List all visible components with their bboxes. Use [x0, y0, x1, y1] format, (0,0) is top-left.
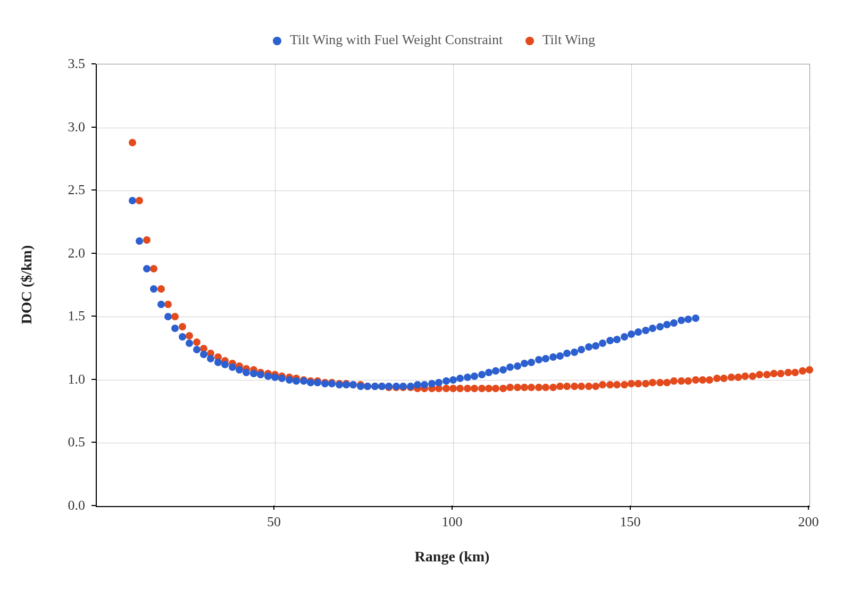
data-point	[464, 374, 471, 381]
data-point	[428, 380, 436, 387]
chart-container: Tilt Wing with Fuel Weight Constraint Ti…	[0, 0, 868, 613]
legend-label-1: Tilt Wing with Fuel Weight Constraint	[290, 32, 503, 47]
data-point	[556, 352, 564, 360]
data-point	[143, 236, 151, 244]
data-point	[599, 381, 606, 388]
data-point	[414, 381, 421, 388]
y-tick-label: 2.5	[43, 182, 85, 198]
data-point	[443, 385, 450, 392]
data-point	[585, 383, 592, 390]
data-point	[243, 369, 250, 376]
data-point	[506, 384, 514, 391]
data-point	[129, 197, 136, 204]
data-point	[449, 376, 457, 384]
data-point	[692, 314, 699, 322]
data-point	[171, 325, 179, 332]
data-point	[464, 385, 471, 392]
y-tick	[91, 442, 96, 443]
data-point	[264, 372, 272, 380]
data-point	[528, 384, 535, 391]
data-point	[592, 383, 599, 390]
legend-item-1: Tilt Wing with Fuel Weight Constraint	[273, 32, 503, 48]
x-tick-label: 100	[442, 514, 463, 530]
data-point	[271, 374, 279, 381]
data-point	[621, 333, 628, 341]
data-point	[193, 338, 201, 346]
y-tick	[91, 63, 96, 64]
data-point	[499, 385, 507, 392]
data-point	[250, 370, 257, 377]
gridline-horizontal	[97, 317, 809, 317]
data-point	[763, 371, 771, 378]
data-point	[678, 317, 685, 324]
data-point	[157, 301, 165, 308]
y-tick-label: 0.5	[43, 434, 85, 450]
data-point	[300, 377, 307, 385]
plot-area	[96, 64, 810, 507]
data-point	[606, 381, 614, 388]
data-point	[136, 197, 143, 204]
data-point	[385, 383, 393, 390]
data-point	[670, 319, 678, 327]
data-point	[628, 380, 635, 387]
gridline-vertical	[453, 64, 454, 506]
data-point	[200, 351, 207, 358]
data-point	[613, 381, 621, 388]
data-point	[506, 363, 514, 371]
data-point	[393, 383, 400, 390]
data-point	[784, 369, 792, 376]
data-point	[514, 362, 521, 370]
data-point	[321, 380, 329, 387]
data-point	[791, 369, 799, 376]
data-point	[563, 383, 571, 390]
y-tick	[91, 316, 96, 317]
y-tick-label: 2.0	[43, 245, 85, 261]
data-point	[471, 385, 478, 392]
data-point	[485, 369, 493, 376]
data-point	[485, 385, 493, 392]
data-point	[157, 285, 165, 293]
y-tick-label: 1.0	[43, 371, 85, 387]
data-point	[193, 346, 201, 353]
gridline-horizontal	[97, 128, 809, 128]
data-point	[129, 139, 136, 146]
data-point	[556, 383, 564, 390]
data-point	[528, 359, 535, 366]
data-point	[571, 349, 578, 356]
gridline-vertical	[631, 64, 632, 506]
x-tick-label: 150	[620, 514, 641, 530]
data-point	[343, 381, 350, 388]
data-point	[642, 327, 649, 334]
y-tick-label: 3.5	[43, 56, 85, 72]
data-point	[364, 383, 371, 390]
data-point	[150, 265, 157, 272]
y-tick	[91, 253, 96, 254]
x-tick-label: 50	[267, 514, 281, 530]
data-point	[728, 374, 735, 381]
data-point	[186, 332, 193, 339]
data-point	[741, 372, 749, 380]
data-point	[735, 374, 742, 381]
data-point	[236, 366, 243, 374]
data-point	[549, 353, 557, 361]
y-tick	[91, 505, 96, 506]
data-point	[692, 376, 699, 384]
data-point	[164, 313, 172, 320]
data-point	[478, 385, 486, 392]
x-tick	[452, 506, 453, 510]
data-point	[521, 360, 528, 367]
data-point	[214, 359, 222, 366]
data-point	[749, 372, 756, 380]
data-point	[613, 336, 621, 343]
data-point	[143, 265, 151, 272]
data-point	[229, 363, 236, 371]
data-point	[378, 383, 386, 390]
data-point	[186, 339, 193, 347]
data-point	[456, 385, 464, 392]
data-point	[578, 346, 585, 353]
legend-dot-1	[273, 37, 281, 45]
data-point	[685, 377, 692, 385]
data-point	[628, 330, 635, 338]
data-point	[336, 381, 343, 388]
data-point	[535, 384, 542, 391]
